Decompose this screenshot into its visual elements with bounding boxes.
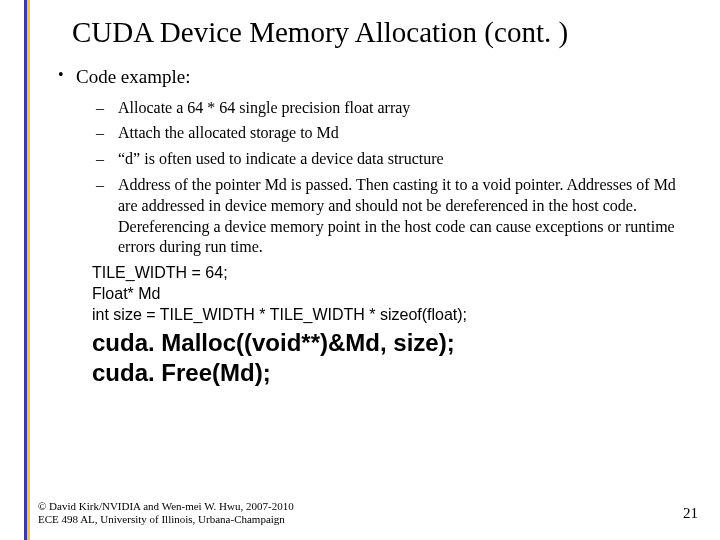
code-line: Float* Md (92, 284, 694, 305)
cuda-call-block: cuda. Malloc((void**)&Md, size); cuda. F… (92, 328, 694, 388)
bullet-text: Code example: (76, 65, 191, 90)
cuda-line: cuda. Malloc((void**)&Md, size); (92, 328, 694, 358)
code-line: TILE_WIDTH = 64; (92, 263, 694, 284)
page-number: 21 (683, 505, 698, 522)
sub-item: – Attach the allocated storage to Md (96, 123, 694, 144)
sub-text: “d” is often used to indicate a device d… (118, 149, 694, 170)
bullet-item: • Code example: (56, 65, 694, 90)
sub-item: – Allocate a 64 * 64 single precision fl… (96, 98, 694, 119)
sub-list: – Allocate a 64 * 64 single precision fl… (96, 98, 694, 259)
dash-marker: – (96, 123, 118, 144)
slide-content: • Code example: – Allocate a 64 * 64 sin… (0, 59, 720, 388)
copyright-footer: © David Kirk/NVIDIA and Wen-mei W. Hwu, … (38, 500, 294, 526)
footer-line: ECE 498 AL, University of Illinois, Urba… (38, 513, 294, 526)
sub-text: Address of the pointer Md is passed. The… (118, 175, 694, 258)
cuda-line: cuda. Free(Md); (92, 358, 694, 388)
bullet-marker: • (56, 65, 76, 90)
sub-item: – “d” is often used to indicate a device… (96, 149, 694, 170)
dash-marker: – (96, 175, 118, 258)
accent-yellow-stripe (27, 0, 30, 540)
code-block: TILE_WIDTH = 64; Float* Md int size = TI… (92, 263, 694, 325)
sub-text: Allocate a 64 * 64 single precision floa… (118, 98, 694, 119)
dash-marker: – (96, 98, 118, 119)
slide-title: CUDA Device Memory Allocation (cont. ) (0, 0, 720, 59)
footer-line: © David Kirk/NVIDIA and Wen-mei W. Hwu, … (38, 500, 294, 513)
sub-text: Attach the allocated storage to Md (118, 123, 694, 144)
code-line: int size = TILE_WIDTH * TILE_WIDTH * siz… (92, 305, 694, 326)
left-accent-bar (24, 0, 30, 540)
sub-item: – Address of the pointer Md is passed. T… (96, 175, 694, 258)
dash-marker: – (96, 149, 118, 170)
